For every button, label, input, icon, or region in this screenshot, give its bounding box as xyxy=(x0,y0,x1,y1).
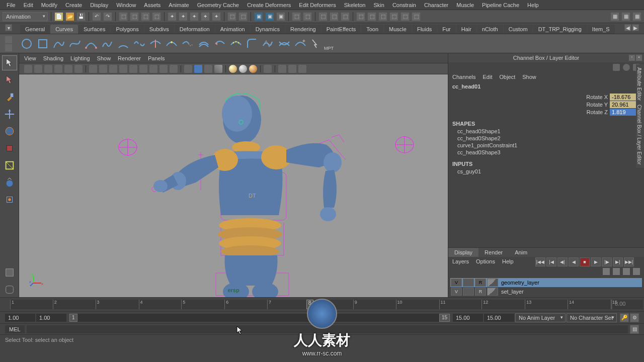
vt-textured-icon[interactable] xyxy=(194,65,202,73)
character-set-selector[interactable]: No Character Set xyxy=(567,313,617,322)
layout2-icon[interactable]: ⬚ xyxy=(367,12,376,21)
vt-wireframe-icon[interactable] xyxy=(159,65,168,73)
layer-color-swatch[interactable] xyxy=(487,288,498,296)
fillet-curve-icon[interactable] xyxy=(246,37,259,50)
cmd-input[interactable] xyxy=(27,325,628,333)
show-manip-tool-icon[interactable] xyxy=(2,192,17,207)
render-icon[interactable]: ▣ xyxy=(254,12,263,21)
menu-help[interactable]: Help xyxy=(523,2,543,8)
vt-select-camera-icon[interactable] xyxy=(24,65,32,73)
layer-move-up-icon[interactable] xyxy=(603,268,610,275)
time-slider[interactable]: 1 2 3 4 5 6 7 8 9 10 11 12 13 14 15 8 8.… xyxy=(0,297,644,311)
shelf-tab-rendering[interactable]: Rendering xyxy=(285,25,321,34)
select-object-icon[interactable]: ⬚ xyxy=(152,12,161,21)
shelf-tab-subdivs[interactable]: Subdivs xyxy=(144,25,174,34)
offset-curve-icon[interactable] xyxy=(197,37,210,50)
step-forward-key-icon[interactable]: ▶| xyxy=(613,257,623,266)
quick-select-icon[interactable]: ⬚ xyxy=(303,12,312,21)
menu-edit[interactable]: Edit xyxy=(20,2,37,8)
extend-curve-icon[interactable] xyxy=(181,37,194,50)
layer-tab-anim[interactable]: Anim xyxy=(509,248,533,257)
menu-assets[interactable]: Assets xyxy=(140,2,165,8)
sidebar-toggle2-icon[interactable]: ▦ xyxy=(621,12,630,21)
rebuild-curve-icon[interactable] xyxy=(229,37,243,50)
layout5-icon[interactable]: ⬚ xyxy=(400,12,410,21)
viewport-menu-lighting[interactable]: Lighting xyxy=(70,55,90,61)
history-icon[interactable]: ⬚ xyxy=(227,12,236,21)
snap-plane-icon[interactable]: ✦ xyxy=(201,12,210,21)
cv-curve-icon[interactable] xyxy=(68,37,82,50)
cb-shape-2[interactable]: curve1_pointConstraint1 xyxy=(457,142,640,149)
shelf-tab-hair[interactable]: Hair xyxy=(456,25,476,34)
snap-curve-icon[interactable]: ✦ xyxy=(179,12,188,21)
undo-icon[interactable]: ↶ xyxy=(92,12,101,21)
open-scene-icon[interactable]: 📂 xyxy=(65,12,74,21)
mode-selector[interactable]: Animation xyxy=(3,12,48,21)
vt-light2-icon[interactable] xyxy=(239,65,247,73)
vt-shaded-icon[interactable] xyxy=(170,65,178,73)
viewport-menu-view[interactable]: View xyxy=(24,55,36,61)
cmd-language-label[interactable]: MEL xyxy=(5,325,25,333)
vt-grease-icon[interactable] xyxy=(74,65,83,73)
menu-file[interactable]: File xyxy=(3,2,20,8)
vt-bookmark-icon[interactable] xyxy=(44,65,52,73)
side-tab-attribute-editor[interactable]: Attribute Editor xyxy=(636,67,643,101)
menu-character[interactable]: Character xyxy=(420,2,452,8)
menu-muscle[interactable]: Muscle xyxy=(452,2,478,8)
vt-light1-icon[interactable] xyxy=(229,65,237,73)
layer-row-geometry[interactable]: V R geometry_layer xyxy=(450,278,642,287)
cb-shape-3[interactable]: cc_head0Shape3 xyxy=(457,149,640,156)
shelf-tab-item[interactable]: Item_S xyxy=(587,25,615,34)
shelf-tab-custom[interactable]: Custom xyxy=(504,25,533,34)
shelf-tab-general[interactable]: General xyxy=(20,25,50,34)
layer-new-selected-icon[interactable] xyxy=(633,268,640,275)
vt-xray-icon[interactable] xyxy=(278,65,286,73)
shelf-nav-right-icon[interactable]: ▶ xyxy=(632,24,639,31)
step-back-icon[interactable]: ◀| xyxy=(557,257,568,266)
cb-rotatez-value[interactable]: 1.819 xyxy=(610,109,640,116)
stop-icon[interactable]: ■ xyxy=(580,257,590,266)
circle-curve-icon[interactable] xyxy=(20,37,33,50)
save-scene-icon[interactable]: 💾 xyxy=(76,12,86,21)
go-to-end-icon[interactable]: ▶▶| xyxy=(624,257,634,266)
go-to-start-icon[interactable]: |◀◀ xyxy=(535,257,545,266)
vt-image-plane-icon[interactable] xyxy=(54,65,62,73)
render-settings-icon[interactable]: ▣ xyxy=(276,12,285,21)
menu-pipeline-cache[interactable]: Pipeline Cache xyxy=(478,2,523,8)
layer-tab-render[interactable]: Render xyxy=(478,248,509,257)
cb-shape-1[interactable]: cc_head0Shape2 xyxy=(457,135,640,142)
range-slider[interactable]: 1 15 xyxy=(69,314,450,322)
shelf-tab-surfaces[interactable]: Surfaces xyxy=(78,25,110,34)
script-editor-icon[interactable]: ▤ xyxy=(630,325,639,334)
cb-input-0[interactable]: cs_guy01 xyxy=(457,168,640,175)
cb-menu-object[interactable]: Object xyxy=(499,74,515,80)
sidebar-toggle3-icon[interactable]: ▦ xyxy=(632,12,641,21)
viewport-menu-shading[interactable]: Shading xyxy=(43,55,63,61)
timeline-track[interactable]: 1 2 3 4 5 6 7 8 9 10 11 12 13 14 15 8 xyxy=(10,300,611,309)
step-forward-icon[interactable]: |▶ xyxy=(602,257,612,266)
snap-point-icon[interactable]: ✦ xyxy=(190,12,199,21)
ch3-icon[interactable]: ⬚ xyxy=(341,12,350,21)
layer-menu-layers[interactable]: Layers xyxy=(452,258,469,264)
vt-isolate-icon[interactable] xyxy=(264,65,272,73)
square-curve-icon[interactable] xyxy=(36,37,49,50)
select-vertex-icon[interactable]: ⬚ xyxy=(119,12,128,21)
universal-manip-tool-icon[interactable] xyxy=(2,158,17,173)
lasso-tool-icon[interactable] xyxy=(2,72,17,87)
mpt-tool-icon[interactable] xyxy=(310,37,323,50)
viewport-menu-renderer[interactable]: Renderer xyxy=(118,55,141,61)
snap-grid-icon[interactable]: ✦ xyxy=(168,12,177,21)
vt-grid-icon[interactable] xyxy=(89,65,97,73)
cb-object-name[interactable]: cc_head01 xyxy=(452,83,640,89)
step-back-key-icon[interactable]: |◀ xyxy=(546,257,556,266)
layout6-icon[interactable]: ⬚ xyxy=(412,12,421,21)
layer-playback-toggle[interactable] xyxy=(463,279,474,287)
layout1-icon[interactable]: ⬚ xyxy=(356,12,365,21)
shelf-tab-dt-rigging[interactable]: DT_TRP_Rigging xyxy=(533,25,587,34)
cut-curve-icon[interactable] xyxy=(278,37,291,50)
vt-use-lights-icon[interactable] xyxy=(204,65,212,73)
cb-rotatey-value[interactable]: 20.961 xyxy=(610,101,640,108)
layer-row-set[interactable]: V R set_layer xyxy=(450,287,642,296)
vt-film-gate-icon[interactable] xyxy=(99,65,107,73)
shelf-nav-left-icon[interactable]: ◀ xyxy=(624,24,631,31)
